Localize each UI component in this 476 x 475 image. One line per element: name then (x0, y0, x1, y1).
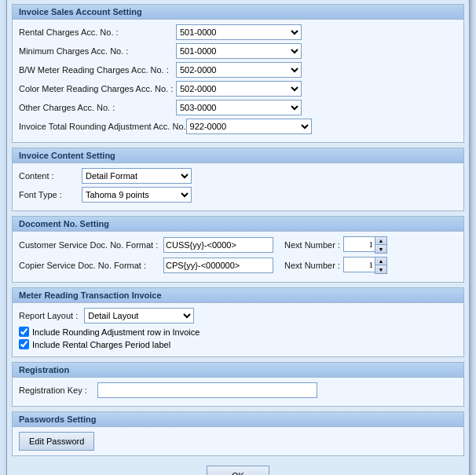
cuss-spin-up[interactable]: ▲ (375, 237, 386, 245)
cuss-next-input[interactable] (343, 236, 375, 252)
color-meter-select[interactable]: 502-0000 (176, 81, 302, 97)
option-dialog: Option ✕ Invoice Sales Account Setting R… (6, 0, 470, 475)
report-label: Report Layout : (19, 311, 78, 320)
rental-charges-label: Rental Charges Acc. No. : (19, 27, 176, 37)
cuss-next-label: Next Number : (284, 240, 340, 250)
passwords-header: Passwords Setting (13, 412, 463, 427)
other-charges-row: Other Charges Acc. No. : 503-0000 (19, 100, 457, 115)
minimum-charges-select[interactable]: 501-0000 (176, 43, 302, 59)
report-layout-select[interactable]: Detail Layout Summary Layout (84, 308, 194, 323)
cps-next-group: Next Number : ▲ ▼ (284, 257, 387, 274)
reg-key-row: Registration Key : (19, 382, 457, 398)
cuss-spin-down[interactable]: ▼ (375, 245, 386, 253)
registration-header: Registration (13, 363, 463, 378)
bw-meter-label: B/W Meter Reading Charges Acc. No. : (19, 65, 176, 75)
rounding-checkbox-row: Include Rounding Adjustment row in Invoi… (19, 327, 457, 337)
cps-format-input[interactable] (163, 258, 273, 273)
invoice-content-body: Content : Detail Format Summary Format F… (13, 163, 463, 210)
invoice-sales-section: Invoice Sales Account Setting Rental Cha… (12, 4, 464, 143)
rounding-select[interactable]: 922-0000 (186, 119, 312, 134)
rounding-checkbox-label: Include Rounding Adjustment row in Invoi… (32, 327, 200, 337)
document-header: Docoment No. Setting (13, 217, 463, 232)
rental-checkbox-label: Include Rental Charges Period label (32, 340, 170, 349)
reg-key-input[interactable] (97, 382, 317, 398)
rental-charges-row: Rental Charges Acc. No. : 501-0000 (19, 24, 457, 40)
edit-password-button[interactable]: Edit Password (19, 432, 94, 451)
invoice-content-section: Invoice Content Setting Content : Detail… (12, 148, 464, 211)
rounding-checkbox[interactable] (19, 327, 29, 337)
other-charges-select[interactable]: 503-0000 (176, 100, 302, 115)
minimum-charges-label: Minimum Charges Acc. No. : (19, 46, 176, 56)
rental-charges-select[interactable]: 501-0000 (176, 24, 302, 40)
document-section: Docoment No. Setting Customer Service Do… (12, 216, 464, 283)
other-charges-label: Other Charges Acc. No. : (19, 103, 176, 112)
dialog-content: Invoice Sales Account Setting Rental Cha… (7, 0, 469, 475)
invoice-sales-body: Rental Charges Acc. No. : 501-0000 Minim… (13, 20, 463, 142)
cps-next-input[interactable] (343, 257, 375, 272)
invoice-sales-header: Invoice Sales Account Setting (13, 5, 463, 20)
meter-section: Meter Reading Transaction Invoice Report… (12, 287, 464, 357)
report-layout-row: Report Layout : Detail Layout Summary La… (19, 308, 457, 323)
cuss-label: Customer Service Doc. No. Format : (19, 240, 160, 250)
rounding-row: Invoice Total Rounding Adjustment Acc. N… (19, 119, 457, 134)
content-row: Content : Detail Format Summary Format (19, 168, 457, 184)
cps-spin-down[interactable]: ▼ (375, 265, 386, 273)
cuss-next-group: Next Number : ▲ ▼ (284, 236, 387, 254)
bw-meter-select[interactable]: 502-0000 (176, 62, 302, 78)
passwords-section: Passwords Setting Edit Password (12, 411, 464, 456)
color-meter-label: Color Meter Reading Charges Acc. No. : (19, 84, 176, 93)
cps-spin-up[interactable]: ▲ (375, 258, 386, 265)
rental-checkbox[interactable] (19, 339, 29, 349)
cps-next-label: Next Number : (284, 261, 340, 270)
footer-row: OK (12, 461, 464, 475)
ok-button[interactable]: OK (207, 466, 269, 475)
invoice-content-header: Invoice Content Setting (13, 148, 463, 163)
minimum-charges-row: Minimum Charges Acc. No. : 501-0000 (19, 43, 457, 59)
registration-section: Registration Registration Key : (12, 362, 464, 407)
reg-key-label: Registration Key : (19, 385, 97, 395)
document-body: Customer Service Doc. No. Format : Next … (13, 232, 463, 282)
meter-header: Meter Reading Transaction Invoice (13, 288, 463, 303)
passwords-body: Edit Password (13, 427, 463, 455)
meter-body: Report Layout : Detail Layout Summary La… (13, 303, 463, 356)
rental-checkbox-row: Include Rental Charges Period label (19, 339, 457, 349)
font-row: Font Type : Tahoma 9 points Tahoma 10 po… (19, 187, 457, 203)
bw-meter-row: B/W Meter Reading Charges Acc. No. : 502… (19, 62, 457, 78)
cps-label: Copier Service Doc. No. Format : (19, 261, 160, 270)
registration-body: Registration Key : (13, 378, 463, 406)
content-label: Content : (19, 171, 82, 181)
cuss-spinner: ▲ ▼ (343, 236, 387, 254)
font-label: Font Type : (19, 190, 82, 199)
cuss-row: Customer Service Doc. No. Format : Next … (19, 236, 457, 254)
cuss-format-input[interactable] (163, 237, 273, 253)
content-select[interactable]: Detail Format Summary Format (82, 168, 192, 184)
color-meter-row: Color Meter Reading Charges Acc. No. : 5… (19, 81, 457, 97)
rounding-label: Invoice Total Rounding Adjustment Acc. N… (19, 122, 186, 131)
cps-row: Copier Service Doc. No. Format : Next Nu… (19, 257, 457, 274)
font-select[interactable]: Tahoma 9 points Tahoma 10 points Arial 9… (82, 187, 192, 203)
cps-spinner: ▲ ▼ (343, 257, 387, 274)
